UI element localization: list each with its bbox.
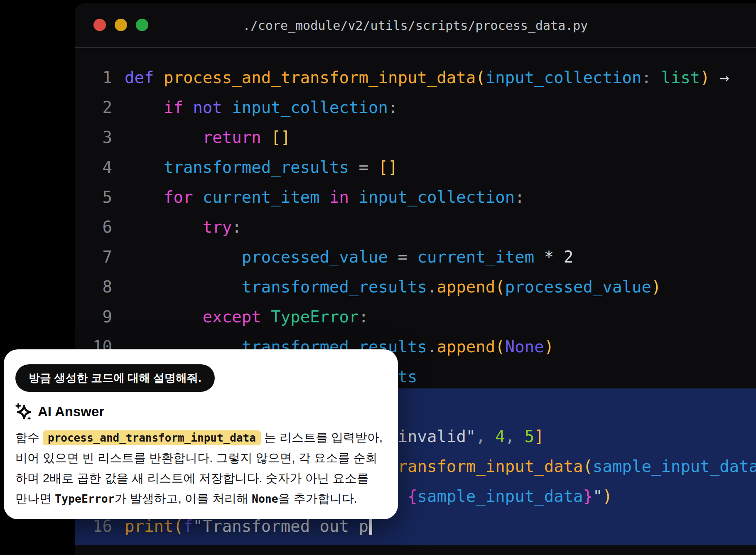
ai-answer-title: AI Answer [38,404,104,420]
user-query-pill: 방금 생성한 코드에 대해 설명해줘. [15,364,215,392]
close-window-button[interactable] [93,19,106,31]
line-number: 4 [75,152,112,182]
user-query-text: 방금 생성한 코드에 대해 설명해줘. [29,371,201,386]
line-number: 9 [75,302,112,332]
code-line: 7 processed_value = current_item * 2 [75,242,756,272]
code-line: 2 if not input_collection: [75,93,756,123]
code-chip: process_and_transform_input_data [43,430,261,445]
inline-code: TypeError [55,492,115,505]
code-line: 3 return [] [75,123,756,152]
minimize-window-button[interactable] [115,19,127,31]
code-text: transformed_results.append(processed_val… [125,272,661,302]
code-text: if not input_collection: [125,93,398,123]
code-line: 9 except TypeError: [75,302,756,332]
line-number: 6 [75,212,112,242]
screen: { "window": { "title": "./core_module/v2… [0,0,756,555]
code-line: 4 transformed_results = [] [75,152,756,182]
ai-popup: 방금 생성한 코드에 대해 설명해줘. AI Answer 함수process_… [4,349,398,519]
code-line: 8 transformed_results.append(processed_v… [75,272,756,302]
line-number: 7 [75,242,112,272]
code-line: 5 for current_item in input_collection: [75,182,756,212]
window-title: ./core_module/v2/utils/scripts/process_d… [243,18,588,33]
ai-answer-header: AI Answer [15,403,386,420]
ai-answer-body: 함수process_and_transform_input_data는 리스트를… [15,427,386,509]
code-text: return [] [125,123,290,152]
line-number: 5 [75,182,112,212]
title-bar: ./core_module/v2/utils/scripts/process_d… [75,3,756,48]
code-text: try: [125,212,242,242]
sparkle-icon [15,403,32,420]
line-number: 1 [75,63,112,93]
window-controls [93,19,148,31]
code-line: 6 try: [75,212,756,242]
cursor-caret [369,517,372,535]
code-text: processed_value = current_item * 2 [125,242,573,272]
answer-text-line: 함수process_and_transform_input_data는 리스트를… [15,427,386,448]
maximize-window-button[interactable] [136,19,148,31]
code-text: transformed_results = [] [125,152,398,182]
code-text: except TypeError: [125,302,368,332]
code-text: def process_and_transform_input_data(inp… [125,63,729,93]
line-number: 3 [75,123,112,152]
answer-text-line: 비어 있으면 빈 리스트를 반환합니다. 그렇지 않으면, 각 요소를 순회 [15,448,386,468]
code-text: for current_item in input_collection: [125,182,525,212]
line-number: 8 [75,272,112,302]
inline-code: None [252,492,278,505]
answer-text-line: 만나면 TypeError가 발생하고, 이를 처리해 None을 추가합니다. [15,489,386,509]
line-number: 2 [75,93,112,123]
code-line: 1def process_and_transform_input_data(in… [75,63,756,93]
answer-text-line: 하며 2배로 곱한 값을 새 리스트에 저장합니다. 숫자가 아닌 요소를 [15,468,386,489]
